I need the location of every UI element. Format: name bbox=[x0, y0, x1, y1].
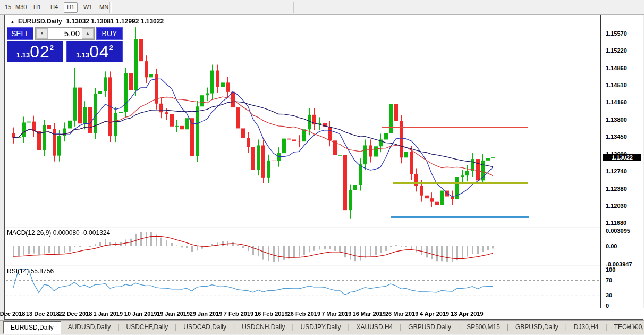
tab-usdjpy-daily[interactable]: USDJPY,Daily bbox=[294, 321, 348, 334]
timeframe-button-d1[interactable]: D1 bbox=[64, 2, 78, 13]
chart-tab-bar: EURUSD,DailyAUDUSD,Daily|USDCHF,Daily|US… bbox=[0, 320, 644, 334]
buy-button[interactable]: BUY bbox=[96, 27, 123, 40]
macd-axis-label: 0.003095 bbox=[606, 228, 630, 234]
macd-label: MACD(12,26,9) 0.000080 -0.001324 bbox=[7, 229, 110, 237]
price-axis-label: 1.14510 bbox=[606, 82, 627, 88]
buy-price-panel[interactable]: 1.13042 bbox=[66, 41, 123, 62]
price-axis-label: 1.13090 bbox=[606, 151, 627, 157]
sell-price-sup: 2 bbox=[50, 44, 54, 52]
rsi-label: RSI(14) 55.8756 bbox=[7, 267, 54, 275]
date-axis-label: 22 Dec 2018 bbox=[58, 311, 92, 317]
tab-sp500-m15[interactable]: SP500,M15 bbox=[460, 321, 507, 334]
date-axis-label: 16 Mar 2019 bbox=[353, 311, 386, 317]
price-axis-label: 1.12030 bbox=[606, 203, 627, 209]
price-axis-label: 1.14860 bbox=[606, 65, 627, 71]
date-axis-label: 13 Dec 2018 bbox=[26, 311, 60, 317]
chart-tabs: EURUSD,DailyAUDUSD,Daily|USDCHF,Daily|US… bbox=[3, 321, 644, 334]
sell-price-big: 02 bbox=[30, 42, 50, 61]
date-axis-label: 4 Apr 2019 bbox=[420, 311, 449, 317]
date-axis-label: 4 Dec 2018 bbox=[0, 311, 25, 317]
rsi-axis-label: 70 bbox=[606, 277, 612, 283]
rsi-axis-label: 30 bbox=[606, 292, 612, 298]
date-axis-label: 29 Jan 2019 bbox=[190, 311, 223, 317]
toolbar-separator bbox=[293, 2, 295, 13]
chart-title: ▲EURUSD,Daily1.13032 1.13081 1.12992 1.1… bbox=[10, 18, 164, 25]
chart-window: ▲EURUSD,Daily1.13032 1.13081 1.12992 1.1… bbox=[4, 15, 643, 320]
volume-increase-icon[interactable]: ▲ bbox=[82, 28, 94, 39]
one-click-trading-widget: SELL ▼ 5.00 ▲ BUY 1.13022 1.13042 bbox=[7, 26, 127, 75]
time-axis[interactable]: 4 Dec 201813 Dec 201822 Dec 20181 Jan 20… bbox=[5, 308, 644, 319]
price-axis-label: 1.15570 bbox=[606, 30, 627, 37]
sell-price-small: 1.13 bbox=[16, 51, 30, 59]
volume-field[interactable]: ▼ 5.00 ▲ bbox=[35, 27, 95, 40]
buy-price-small: 1.13 bbox=[76, 51, 89, 59]
toolbar-separator bbox=[109, 2, 112, 13]
timeframe-toolbar: 15M30H1H4D1W1MN bbox=[0, 0, 644, 15]
timeframe-button-15[interactable]: 15 bbox=[2, 2, 14, 12]
symbol-title: EURUSD,Daily bbox=[18, 18, 62, 25]
rsi-axis-label: 100 bbox=[606, 266, 615, 273]
timeframe-button-h1[interactable]: H1 bbox=[31, 2, 44, 12]
date-axis-label: 7 Mar 2019 bbox=[321, 311, 351, 317]
rsi-title: RSI(14) bbox=[7, 267, 29, 275]
timeframe-button-w1[interactable]: W1 bbox=[81, 2, 95, 12]
date-axis-label: 7 Feb 2019 bbox=[224, 311, 253, 317]
tab-dj30-h4[interactable]: DJ30,H4 bbox=[567, 321, 606, 334]
tab-scroll-right-icon[interactable]: ▸ bbox=[633, 323, 641, 330]
tab-scroll-left-icon[interactable]: ◂ bbox=[626, 323, 634, 330]
quote-ohlc: 1.13032 1.13081 1.12992 1.13022 bbox=[66, 18, 164, 25]
date-axis-label: 10 Jan 2019 bbox=[124, 311, 157, 317]
date-axis-label: 16 Feb 2019 bbox=[255, 311, 287, 317]
tab-gbpusd-daily[interactable]: GBPUSD,Daily bbox=[401, 321, 458, 334]
tab-usdchf-daily[interactable]: USDCHF,Daily bbox=[120, 321, 175, 334]
price-axis-label: 1.12380 bbox=[606, 186, 627, 192]
tab-xauusd-h4[interactable]: XAUUSD,H4 bbox=[350, 321, 400, 334]
macd-axis-label: 0.00 bbox=[606, 243, 617, 249]
date-axis-label: 19 Jan 2019 bbox=[157, 311, 190, 317]
date-axis-label: 1 Jan 2019 bbox=[93, 311, 123, 317]
price-axis-label: 1.12740 bbox=[606, 168, 627, 174]
tab-usdcnh-daily[interactable]: USDCNH,Daily bbox=[235, 321, 292, 334]
price-axis-label: 1.13800 bbox=[606, 116, 627, 123]
timeframe-button-h4[interactable]: H4 bbox=[48, 2, 61, 12]
volume-value[interactable]: 5.00 bbox=[64, 29, 80, 38]
price-axis-label: 1.15220 bbox=[606, 47, 627, 54]
buy-price-sup: 2 bbox=[109, 44, 113, 52]
price-axis-label: 1.14160 bbox=[606, 99, 627, 105]
tab-usdcad-daily[interactable]: USDCAD,Daily bbox=[176, 321, 233, 334]
tab-eurusd-daily[interactable]: EURUSD,Daily bbox=[3, 321, 61, 334]
buy-price-big: 04 bbox=[89, 42, 109, 61]
price-axis-label: 1.11680 bbox=[606, 220, 626, 226]
volume-decrease-icon[interactable]: ▼ bbox=[36, 28, 48, 39]
price-axis-label: 1.13450 bbox=[606, 133, 627, 140]
tab-scroll-arrows: ◂▸ bbox=[626, 323, 641, 330]
timeframe-button-m30[interactable]: M30 bbox=[13, 2, 29, 12]
tab-gbpusd-daily[interactable]: GBPUSD,Daily bbox=[509, 321, 565, 334]
collapse-arrow-icon[interactable]: ▲ bbox=[10, 19, 15, 24]
date-axis-label: 26 Feb 2019 bbox=[287, 311, 320, 317]
trading-terminal-window: 15M30H1H4D1W1MN ▲EURUSD,Daily1.13032 1.1… bbox=[0, 0, 644, 335]
date-axis-label: 13 Apr 2019 bbox=[451, 311, 483, 317]
sell-button[interactable]: SELL bbox=[7, 27, 33, 40]
macd-values: 0.000080 -0.001324 bbox=[53, 229, 110, 237]
tab-audusd-daily[interactable]: AUDUSD,Daily bbox=[61, 321, 118, 334]
date-axis-label: 26 Mar 2019 bbox=[385, 311, 418, 317]
price-axis[interactable]: 1.13022 1.155701.152201.148601.145101.14… bbox=[600, 15, 643, 309]
macd-title: MACD(12,26,9) bbox=[7, 229, 51, 237]
sell-price-panel[interactable]: 1.13022 bbox=[7, 41, 63, 62]
rsi-value: 55.8756 bbox=[31, 267, 54, 275]
